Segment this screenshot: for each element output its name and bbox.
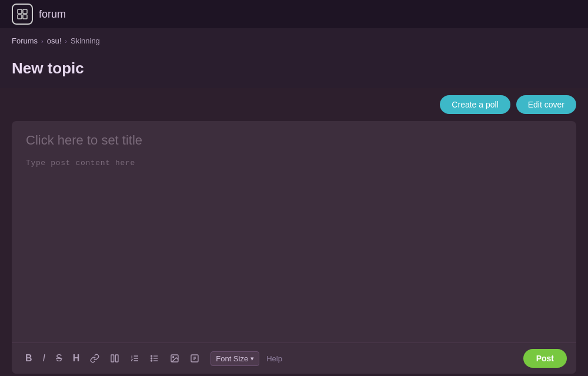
breadcrumb-osu[interactable]: osu!	[47, 36, 62, 45]
page-title: New topic	[12, 59, 576, 78]
header: forum	[0, 0, 588, 28]
link-button[interactable]	[86, 351, 103, 365]
svg-rect-3	[23, 15, 27, 19]
svg-point-16	[173, 357, 174, 358]
svg-point-12	[151, 355, 152, 357]
svg-rect-2	[18, 15, 22, 19]
svg-point-14	[151, 360, 152, 361]
image-button[interactable]	[166, 351, 183, 365]
title-placeholder[interactable]: Click here to set title	[26, 133, 562, 148]
font-size-label: Font Size	[216, 354, 248, 363]
italic-button[interactable]: I	[39, 351, 49, 366]
edit-cover-button[interactable]: Edit cover	[516, 95, 576, 114]
create-poll-button[interactable]: Create a poll	[440, 95, 510, 114]
formatting-toolbar: B I S H	[12, 343, 576, 374]
bold-button[interactable]: B	[21, 351, 36, 366]
help-button[interactable]: Help	[266, 354, 282, 363]
breadcrumb-separator-2: ›	[65, 38, 67, 45]
site-title: forum	[39, 8, 66, 21]
logo-container: forum	[12, 4, 66, 25]
unordered-list-button[interactable]	[146, 351, 163, 365]
editor-content-area[interactable]: Type post content here	[12, 153, 576, 343]
post-button[interactable]: Post	[523, 349, 567, 368]
svg-rect-5	[116, 355, 119, 362]
spoiler-button[interactable]	[186, 351, 203, 365]
ordered-list-button[interactable]	[126, 351, 143, 365]
columns-button[interactable]	[106, 351, 123, 365]
svg-rect-1	[23, 9, 27, 14]
chevron-down-icon: ▾	[250, 355, 254, 362]
page-title-bar: New topic	[0, 53, 588, 88]
breadcrumb-separator-1: ›	[41, 38, 44, 45]
editor-title-area[interactable]: Click here to set title	[12, 121, 576, 153]
strikethrough-button[interactable]: S	[52, 351, 66, 366]
breadcrumb-forums[interactable]: Forums	[12, 36, 38, 45]
editor-container: Click here to set title Type post conten…	[12, 121, 576, 374]
logo-icon	[12, 4, 33, 25]
content-placeholder[interactable]: Type post content here	[26, 159, 562, 167]
svg-rect-4	[111, 355, 114, 362]
font-size-dropdown[interactable]: Font Size ▾	[211, 351, 259, 366]
heading-button[interactable]: H	[69, 351, 84, 366]
breadcrumb-skinning: Skinning	[71, 36, 100, 45]
svg-point-13	[151, 358, 152, 359]
breadcrumb: Forums › osu! › Skinning	[0, 28, 588, 53]
svg-rect-0	[18, 9, 22, 14]
action-toolbar: Create a poll Edit cover	[0, 88, 588, 121]
